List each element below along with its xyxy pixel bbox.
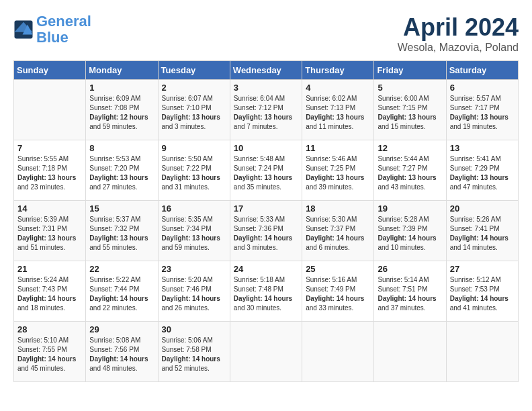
day-info: Sunrise: 5:06 AMSunset: 7:58 PMDaylight:… <box>162 336 226 373</box>
calendar-cell: 27Sunrise: 5:12 AMSunset: 7:53 PMDayligh… <box>446 261 518 322</box>
day-info: Sunrise: 6:00 AMSunset: 7:15 PMDaylight:… <box>378 94 442 132</box>
calendar-cell: 22Sunrise: 5:22 AMSunset: 7:44 PMDayligh… <box>86 261 158 322</box>
day-info: Sunrise: 5:48 AMSunset: 7:24 PMDaylight:… <box>234 154 298 192</box>
calendar-cell <box>374 322 446 382</box>
calendar-cell: 15Sunrise: 5:37 AMSunset: 7:32 PMDayligh… <box>86 201 158 261</box>
calendar-cell: 3Sunrise: 6:04 AMSunset: 7:12 PMDaylight… <box>230 80 302 140</box>
calendar-cell: 10Sunrise: 5:48 AMSunset: 7:24 PMDayligh… <box>230 140 302 201</box>
day-info: Sunrise: 5:33 AMSunset: 7:36 PMDaylight:… <box>234 215 298 253</box>
day-number: 24 <box>234 264 298 274</box>
day-info: Sunrise: 5:20 AMSunset: 7:46 PMDaylight:… <box>162 275 226 313</box>
calendar-cell: 24Sunrise: 5:18 AMSunset: 7:48 PMDayligh… <box>230 261 302 322</box>
calendar-cell: 11Sunrise: 5:46 AMSunset: 7:25 PMDayligh… <box>302 140 374 201</box>
calendar-cell: 2Sunrise: 6:07 AMSunset: 7:10 PMDaylight… <box>158 80 230 140</box>
month-title: April 2024 <box>398 13 519 42</box>
page-header: General Blue April 2024 Wesola, Mazovia,… <box>13 13 519 54</box>
calendar-cell: 28Sunrise: 5:10 AMSunset: 7:55 PMDayligh… <box>14 322 86 382</box>
day-number: 13 <box>450 143 515 153</box>
calendar-cell: 8Sunrise: 5:53 AMSunset: 7:20 PMDaylight… <box>86 140 158 201</box>
day-info: Sunrise: 5:50 AMSunset: 7:22 PMDaylight:… <box>162 154 226 192</box>
day-info: Sunrise: 5:28 AMSunset: 7:39 PMDaylight:… <box>378 215 442 253</box>
day-info: Sunrise: 5:55 AMSunset: 7:18 PMDaylight:… <box>17 154 82 192</box>
day-info: Sunrise: 6:02 AMSunset: 7:13 PMDaylight:… <box>306 94 370 132</box>
logo-text: General Blue <box>36 13 91 46</box>
day-number: 16 <box>162 203 226 214</box>
calendar-cell: 4Sunrise: 6:02 AMSunset: 7:13 PMDaylight… <box>302 80 374 140</box>
calendar-cell: 14Sunrise: 5:39 AMSunset: 7:31 PMDayligh… <box>14 201 86 261</box>
calendar-cell: 7Sunrise: 5:55 AMSunset: 7:18 PMDaylight… <box>14 140 86 201</box>
day-number: 27 <box>450 264 515 274</box>
day-info: Sunrise: 5:41 AMSunset: 7:29 PMDaylight:… <box>450 154 515 192</box>
day-number: 20 <box>450 203 515 214</box>
day-info: Sunrise: 5:46 AMSunset: 7:25 PMDaylight:… <box>306 154 370 192</box>
day-info: Sunrise: 6:04 AMSunset: 7:12 PMDaylight:… <box>234 94 298 132</box>
week-row-5: 28Sunrise: 5:10 AMSunset: 7:55 PMDayligh… <box>14 322 519 382</box>
day-number: 29 <box>89 324 154 334</box>
day-number: 28 <box>17 324 82 334</box>
day-info: Sunrise: 5:08 AMSunset: 7:56 PMDaylight:… <box>89 336 154 373</box>
day-number: 12 <box>378 143 442 153</box>
day-number: 7 <box>17 143 82 153</box>
day-number: 15 <box>89 203 154 214</box>
week-row-2: 7Sunrise: 5:55 AMSunset: 7:18 PMDaylight… <box>14 140 519 201</box>
header-row: SundayMondayTuesdayWednesdayThursdayFrid… <box>14 61 519 80</box>
calendar-cell: 30Sunrise: 5:06 AMSunset: 7:58 PMDayligh… <box>158 322 230 382</box>
logo: General Blue <box>13 13 91 46</box>
calendar-cell <box>14 80 86 140</box>
column-header-monday: Monday <box>86 61 158 80</box>
calendar-cell: 12Sunrise: 5:44 AMSunset: 7:27 PMDayligh… <box>374 140 446 201</box>
day-info: Sunrise: 5:18 AMSunset: 7:48 PMDaylight:… <box>234 275 298 313</box>
day-number: 23 <box>162 264 226 274</box>
day-number: 19 <box>378 203 442 214</box>
title-block: April 2024 Wesola, Mazovia, Poland <box>398 13 519 54</box>
calendar-cell: 20Sunrise: 5:26 AMSunset: 7:41 PMDayligh… <box>446 201 518 261</box>
calendar-cell: 17Sunrise: 5:33 AMSunset: 7:36 PMDayligh… <box>230 201 302 261</box>
day-info: Sunrise: 5:16 AMSunset: 7:49 PMDaylight:… <box>306 275 370 313</box>
calendar-cell: 16Sunrise: 5:35 AMSunset: 7:34 PMDayligh… <box>158 201 230 261</box>
column-header-saturday: Saturday <box>446 61 518 80</box>
calendar-cell <box>230 322 302 382</box>
day-info: Sunrise: 5:10 AMSunset: 7:55 PMDaylight:… <box>17 336 82 373</box>
day-number: 6 <box>450 83 515 93</box>
calendar-cell: 5Sunrise: 6:00 AMSunset: 7:15 PMDaylight… <box>374 80 446 140</box>
day-info: Sunrise: 5:22 AMSunset: 7:44 PMDaylight:… <box>89 275 154 313</box>
calendar-cell: 1Sunrise: 6:09 AMSunset: 7:08 PMDaylight… <box>86 80 158 140</box>
day-number: 25 <box>306 264 370 274</box>
day-info: Sunrise: 5:44 AMSunset: 7:27 PMDaylight:… <box>378 154 442 192</box>
column-header-sunday: Sunday <box>14 61 86 80</box>
day-info: Sunrise: 5:35 AMSunset: 7:34 PMDaylight:… <box>162 215 226 253</box>
calendar-cell: 6Sunrise: 5:57 AMSunset: 7:17 PMDaylight… <box>446 80 518 140</box>
day-info: Sunrise: 5:12 AMSunset: 7:53 PMDaylight:… <box>450 275 515 313</box>
day-info: Sunrise: 6:09 AMSunset: 7:08 PMDaylight:… <box>89 94 154 132</box>
day-number: 17 <box>234 203 298 214</box>
day-info: Sunrise: 5:24 AMSunset: 7:43 PMDaylight:… <box>17 275 82 313</box>
calendar-table: SundayMondayTuesdayWednesdayThursdayFrid… <box>13 60 519 382</box>
week-row-3: 14Sunrise: 5:39 AMSunset: 7:31 PMDayligh… <box>14 201 519 261</box>
day-number: 26 <box>378 264 442 274</box>
day-number: 2 <box>162 83 226 93</box>
logo-icon <box>13 19 34 40</box>
day-number: 10 <box>234 143 298 153</box>
day-number: 30 <box>162 324 226 334</box>
day-info: Sunrise: 5:57 AMSunset: 7:17 PMDaylight:… <box>450 94 515 132</box>
day-number: 4 <box>306 83 370 93</box>
day-number: 21 <box>17 264 82 274</box>
calendar-cell: 19Sunrise: 5:28 AMSunset: 7:39 PMDayligh… <box>374 201 446 261</box>
calendar-cell: 9Sunrise: 5:50 AMSunset: 7:22 PMDaylight… <box>158 140 230 201</box>
day-number: 1 <box>89 83 154 93</box>
calendar-cell: 26Sunrise: 5:14 AMSunset: 7:51 PMDayligh… <box>374 261 446 322</box>
day-info: Sunrise: 6:07 AMSunset: 7:10 PMDaylight:… <box>162 94 226 132</box>
day-number: 14 <box>17 203 82 214</box>
calendar-cell: 29Sunrise: 5:08 AMSunset: 7:56 PMDayligh… <box>86 322 158 382</box>
day-info: Sunrise: 5:14 AMSunset: 7:51 PMDaylight:… <box>378 275 442 313</box>
day-info: Sunrise: 5:26 AMSunset: 7:41 PMDaylight:… <box>450 215 515 253</box>
day-info: Sunrise: 5:39 AMSunset: 7:31 PMDaylight:… <box>17 215 82 253</box>
column-header-wednesday: Wednesday <box>230 61 302 80</box>
column-header-tuesday: Tuesday <box>158 61 230 80</box>
day-number: 8 <box>89 143 154 153</box>
calendar-cell: 21Sunrise: 5:24 AMSunset: 7:43 PMDayligh… <box>14 261 86 322</box>
day-info: Sunrise: 5:37 AMSunset: 7:32 PMDaylight:… <box>89 215 154 253</box>
day-number: 22 <box>89 264 154 274</box>
day-number: 9 <box>162 143 226 153</box>
calendar-cell: 18Sunrise: 5:30 AMSunset: 7:37 PMDayligh… <box>302 201 374 261</box>
